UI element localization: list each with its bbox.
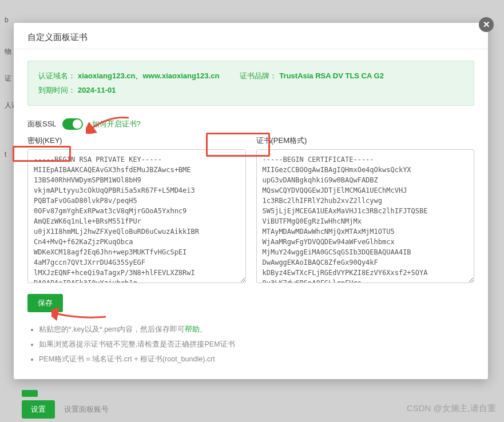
close-glyph: ✕ [483, 19, 490, 30]
cert-info-row: 认证域名：xiaoxiang123.cn、www.xiaoxiang123.cn… [38, 69, 463, 83]
bg-green-stub [22, 390, 38, 397]
how-to-enable-link[interactable]: 如何开启证书? [92, 119, 141, 129]
key-label: 密钥(KEY) [27, 136, 246, 146]
pem-label: 证书(PEM格式) [256, 136, 475, 146]
cert-domain-label: 认证域名： [38, 71, 76, 80]
cert-domain: 认证域名：xiaoxiang123.cn、www.xiaoxiang123.cn [38, 69, 219, 83]
settings-label: 设置面板账号 [64, 405, 109, 415]
cert-expiry-value: 2024-11-01 [78, 86, 116, 94]
toggle-knob [73, 120, 82, 129]
modal-title: 自定义面板证书 [27, 32, 88, 43]
cert-info-panel: 认证域名：xiaoxiang123.cn、www.xiaoxiang123.cn… [27, 61, 474, 106]
note-item: 粘贴您的*.key以及*.pem内容，然后保存即可帮助。 [39, 323, 474, 337]
bottom-settings-bar: 设置 设置面板账号 [22, 400, 109, 419]
cert-modal: ✕ 自定义面板证书 认证域名：xiaoxiang123.cn、www.xiaox… [14, 23, 488, 379]
key-textarea[interactable] [27, 149, 246, 283]
settings-button[interactable]: 设置 [22, 400, 55, 419]
cert-brand-value: TrustAsia RSA DV TLS CA G2 [279, 71, 384, 80]
note-item: 如果浏览器提示证书链不完整,请检查是否正确拼接PEM证书 [39, 337, 474, 352]
panel-ssl-row: 面板SSL 如何开启证书? [27, 118, 474, 130]
cert-info-row: 到期时间：2024-11-01 [38, 83, 463, 98]
note-item: PEM格式证书 = 域名证书.crt + 根证书(root_bundle).cr… [39, 352, 474, 367]
cert-expiry: 到期时间：2024-11-01 [38, 83, 116, 98]
panel-ssl-toggle[interactable] [62, 118, 83, 130]
pem-textarea[interactable] [256, 149, 475, 283]
cert-expiry-label: 到期时间： [38, 86, 76, 94]
modal-header: 自定义面板证书 [14, 23, 488, 49]
cert-brand-label: 证书品牌： [240, 71, 277, 80]
cert-domain-value: xiaoxiang123.cn、www.xiaoxiang123.cn [78, 71, 219, 80]
pem-column: 证书(PEM格式) [256, 136, 475, 285]
modal-body: 认证域名：xiaoxiang123.cn、www.xiaoxiang123.cn… [14, 49, 488, 379]
close-icon[interactable]: ✕ [479, 17, 494, 32]
cert-brand: 证书品牌：TrustAsia RSA DV TLS CA G2 [240, 69, 384, 83]
panel-ssl-label: 面板SSL [27, 119, 57, 129]
cert-fields: 密钥(KEY) 证书(PEM格式) [27, 136, 474, 285]
help-notes: 粘贴您的*.key以及*.pem内容，然后保存即可帮助。 如果浏览器提示证书链不… [27, 323, 474, 367]
note-text: 。 [200, 325, 207, 333]
help-link[interactable]: 帮助 [185, 325, 200, 333]
key-column: 密钥(KEY) [27, 136, 246, 285]
note-text: 粘贴您的*.key以及*.pem内容，然后保存即可 [39, 325, 185, 333]
save-button[interactable]: 保存 [27, 294, 63, 312]
